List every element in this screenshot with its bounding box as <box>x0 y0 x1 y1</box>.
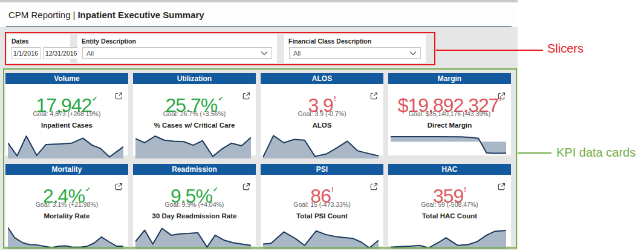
kpi-annotation-connector <box>518 152 551 154</box>
slicers-annotation-connector <box>436 50 543 51</box>
report-canvas: CPM Reporting|Inpatient Executive Summar… <box>0 0 518 250</box>
kpi-annotation-label: KPI data cards <box>556 146 636 160</box>
report-title-label: Inpatient Executive Summary <box>77 10 204 20</box>
slicers-annotation-label: Slicers <box>547 42 584 56</box>
title-separator: | <box>71 10 78 20</box>
kpi-annotation-box <box>3 68 517 249</box>
slicers-annotation-box <box>5 32 435 65</box>
app-name-label: CPM Reporting <box>8 10 71 20</box>
report-title-bar: CPM Reporting|Inpatient Executive Summar… <box>0 2 518 26</box>
page-title: CPM Reporting|Inpatient Executive Summar… <box>8 10 204 20</box>
